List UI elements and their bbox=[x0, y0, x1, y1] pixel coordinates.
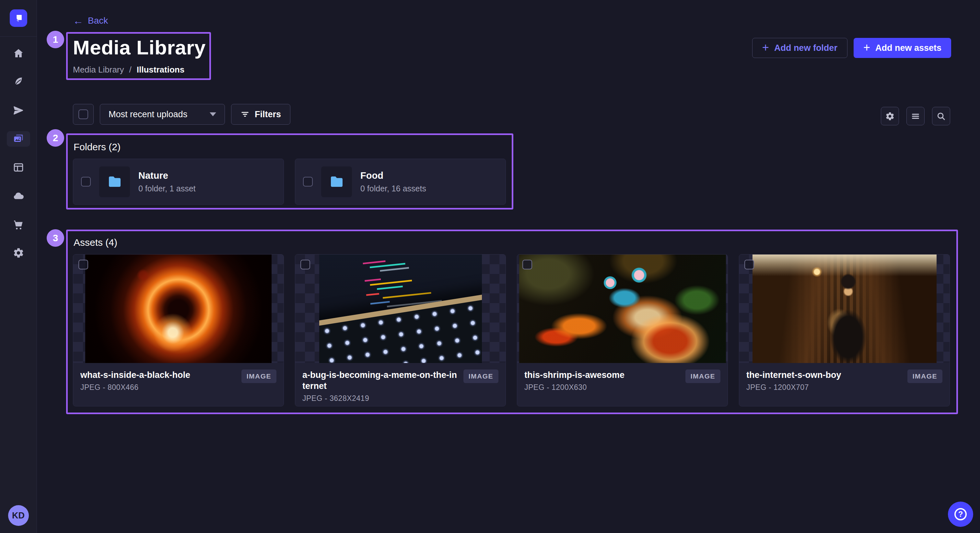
sidebar: KD bbox=[0, 0, 37, 533]
sidebar-item-home[interactable] bbox=[7, 46, 30, 61]
cart-icon bbox=[13, 219, 24, 230]
asset-image-library bbox=[752, 254, 937, 363]
asset-meta: JPEG - 3628X2419 bbox=[302, 394, 458, 403]
asset-texts: what-s-inside-a-black-hole JPEG - 800X46… bbox=[80, 370, 190, 392]
list-icon bbox=[911, 111, 920, 121]
asset-checkbox[interactable] bbox=[78, 260, 88, 270]
sidebar-item-marketplace[interactable] bbox=[7, 217, 30, 232]
sidebar-item-deployments[interactable] bbox=[7, 188, 30, 204]
home-icon bbox=[13, 48, 24, 59]
asset-type-badge: IMAGE bbox=[907, 370, 942, 383]
breadcrumb-separator: / bbox=[129, 65, 132, 75]
paper-plane-icon bbox=[13, 105, 24, 116]
sort-value: Most recent uploads bbox=[108, 109, 187, 119]
folder-meta: 0 folder, 1 asset bbox=[138, 184, 196, 194]
folders-section-title: Folders (2) bbox=[73, 141, 121, 152]
asset-card-shrimp[interactable]: this-shrimp-is-awesome JPEG - 1200X630 I… bbox=[517, 254, 728, 406]
question-circle-icon: ? bbox=[955, 508, 967, 520]
breadcrumb: Media Library / Illustrations bbox=[73, 65, 206, 75]
asset-texts: the-internet-s-own-boy JPEG - 1200X707 bbox=[746, 370, 841, 392]
sidebar-item-content-type-builder[interactable] bbox=[7, 160, 30, 175]
folder-icon bbox=[329, 174, 345, 189]
folder-name: Nature bbox=[138, 170, 196, 181]
asset-name: the-internet-s-own-boy bbox=[746, 370, 841, 381]
help-button[interactable]: ? bbox=[948, 501, 973, 527]
cloud-icon bbox=[13, 190, 24, 202]
asset-card-black-hole[interactable]: what-s-inside-a-black-hole JPEG - 800X46… bbox=[73, 254, 284, 406]
sidebar-item-releases[interactable] bbox=[7, 103, 30, 118]
filters-button[interactable]: Filters bbox=[231, 104, 290, 125]
asset-preview bbox=[73, 254, 283, 363]
add-new-folder-button[interactable]: + Add new folder bbox=[752, 38, 848, 58]
asset-card-internets-own-boy[interactable]: the-internet-s-own-boy JPEG - 1200X707 I… bbox=[739, 254, 950, 406]
search-button[interactable] bbox=[932, 107, 950, 125]
asset-card-bug-meme[interactable]: a-bug-is-becoming-a-meme-on-the-internet… bbox=[295, 254, 506, 406]
folder-checkbox[interactable] bbox=[81, 177, 91, 187]
back-link[interactable]: ← Back bbox=[73, 16, 108, 26]
chevron-down-icon bbox=[210, 113, 216, 116]
asset-image-laptop-code bbox=[319, 254, 482, 363]
asset-texts: a-bug-is-becoming-a-meme-on-the-internet… bbox=[302, 370, 458, 403]
asset-checkbox[interactable] bbox=[301, 260, 310, 270]
select-all-button[interactable] bbox=[73, 104, 94, 125]
asset-checkbox[interactable] bbox=[522, 260, 532, 270]
asset-info: this-shrimp-is-awesome JPEG - 1200X630 I… bbox=[517, 363, 727, 406]
folder-icon bbox=[107, 174, 123, 189]
sidebar-item-content-manager[interactable] bbox=[7, 74, 30, 90]
asset-info: the-internet-s-own-boy JPEG - 1200X707 I… bbox=[739, 363, 950, 406]
breadcrumb-root[interactable]: Media Library bbox=[73, 65, 124, 75]
sidebar-logo-area bbox=[0, 0, 37, 36]
layout-icon bbox=[13, 162, 24, 173]
asset-preview bbox=[295, 254, 506, 363]
back-label: Back bbox=[88, 16, 108, 26]
sidebar-item-media-library[interactable] bbox=[7, 131, 30, 147]
asset-meta: JPEG - 1200X707 bbox=[746, 383, 841, 392]
folder-thumbnail bbox=[321, 167, 352, 197]
header-actions: + Add new folder + Add new assets bbox=[752, 38, 951, 58]
gear-icon bbox=[885, 111, 895, 121]
add-assets-label: Add new assets bbox=[875, 43, 942, 53]
toolbar: Most recent uploads Filters bbox=[73, 104, 290, 125]
annotation-badge-3: 3 bbox=[47, 229, 64, 247]
folder-thumbnail bbox=[99, 167, 130, 197]
breadcrumb-current: Illustrations bbox=[137, 65, 185, 75]
assets-grid: what-s-inside-a-black-hole JPEG - 800X46… bbox=[73, 254, 950, 406]
sort-dropdown[interactable]: Most recent uploads bbox=[100, 104, 225, 125]
asset-name: this-shrimp-is-awesome bbox=[524, 370, 625, 381]
plus-icon: + bbox=[863, 42, 870, 54]
select-all-checkbox[interactable] bbox=[78, 109, 88, 119]
grid-settings-button[interactable] bbox=[881, 107, 899, 125]
user-avatar[interactable]: KD bbox=[8, 505, 29, 526]
folder-texts: Food 0 folder, 16 assets bbox=[360, 170, 426, 194]
title-block: Media Library Media Library / Illustrati… bbox=[73, 36, 206, 75]
asset-preview bbox=[739, 254, 950, 363]
media-library-page: KD ← Back Media Library Media Library / … bbox=[0, 0, 980, 533]
asset-checkbox[interactable] bbox=[745, 260, 754, 270]
sidebar-item-settings[interactable] bbox=[7, 245, 30, 261]
asset-type-badge: IMAGE bbox=[463, 370, 498, 383]
plus-icon: + bbox=[762, 42, 769, 54]
asset-info: what-s-inside-a-black-hole JPEG - 800X46… bbox=[73, 363, 283, 406]
folder-meta: 0 folder, 16 assets bbox=[360, 184, 426, 194]
feather-icon bbox=[13, 76, 24, 88]
asset-type-badge: IMAGE bbox=[686, 370, 721, 383]
list-view-button[interactable] bbox=[907, 107, 924, 125]
app-logo[interactable] bbox=[10, 10, 27, 27]
folders-grid: Nature 0 folder, 1 asset Food 0 folder, … bbox=[73, 159, 506, 205]
asset-name: a-bug-is-becoming-a-meme-on-the-internet bbox=[302, 370, 458, 392]
folder-card-nature[interactable]: Nature 0 folder, 1 asset bbox=[73, 159, 284, 205]
page-title: Media Library bbox=[73, 36, 206, 59]
asset-preview bbox=[517, 254, 727, 363]
strapi-logo-icon bbox=[13, 13, 24, 24]
folder-card-food[interactable]: Food 0 folder, 16 assets bbox=[295, 159, 506, 205]
asset-image-black-hole bbox=[85, 254, 272, 363]
annotation-badge-2: 2 bbox=[47, 129, 64, 147]
view-controls bbox=[881, 107, 950, 125]
gear-icon bbox=[13, 247, 24, 259]
asset-texts: this-shrimp-is-awesome JPEG - 1200X630 bbox=[524, 370, 625, 392]
folder-checkbox[interactable] bbox=[303, 177, 313, 187]
add-new-assets-button[interactable]: + Add new assets bbox=[854, 38, 951, 58]
asset-meta: JPEG - 800X466 bbox=[80, 383, 190, 392]
sidebar-nav bbox=[0, 36, 37, 261]
asset-info: a-bug-is-becoming-a-meme-on-the-internet… bbox=[295, 363, 506, 406]
